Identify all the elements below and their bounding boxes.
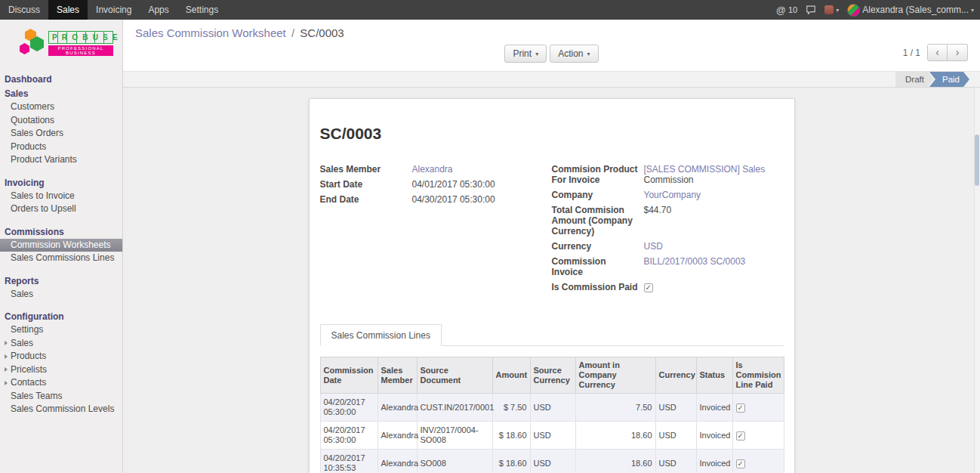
currency-value[interactable]: USD [644, 241, 663, 252]
activity-count: 10 [788, 5, 797, 14]
start-date-value: 04/01/2017 05:30:00 [412, 179, 495, 190]
col-amount-company-currency[interactable]: Amount in Company Currency [575, 357, 655, 394]
logo-name: PROBUSE [48, 31, 113, 44]
breadcrumb-separator: / [291, 26, 294, 39]
field-label-start-date: Start Date [320, 179, 412, 190]
sidebar-section-sales: Sales [0, 87, 122, 100]
vertical-scrollbar[interactable] [974, 88, 980, 473]
pager-next-button[interactable]: › [948, 44, 968, 61]
table-row[interactable]: 04/20/2017 05:30:00 Alexandra INV/2017/0… [320, 422, 784, 450]
sidebar-item-sales-commissions-lines[interactable]: Sales Commissions Lines [0, 252, 122, 265]
chat-bubble-icon [806, 5, 816, 15]
sidebar-section-dashboard[interactable]: Dashboard [0, 73, 122, 86]
line-paid-checkbox[interactable] [736, 431, 745, 441]
user-menu-button[interactable]: Alexandra (Sales_comm... ▾ [847, 4, 974, 17]
menu-discuss[interactable]: Discuss [0, 0, 48, 20]
menu-invoicing[interactable]: Invoicing [88, 0, 140, 20]
commission-product-value[interactable]: [SALES COMMISSION] Sales [644, 164, 766, 175]
commission-lines-table: Commission Date Sales Member Source Docu… [320, 357, 784, 473]
table-row[interactable]: 04/20/2017 05:30:00 Alexandra CUST.IN/20… [320, 394, 784, 422]
sidebar-item-product-variants[interactable]: Product Variants [0, 153, 122, 167]
expand-arrow-icon [5, 367, 8, 372]
field-label-currency: Currency [552, 241, 644, 252]
col-source-currency[interactable]: Source Currency [530, 357, 575, 394]
scrollbar-thumb[interactable] [975, 134, 979, 186]
commission-product-value-wrap: Commission [644, 175, 766, 185]
user-name: Alexandra (Sales_comm... [862, 5, 969, 15]
sidebar-item-config-contacts[interactable]: Contacts [0, 376, 122, 390]
activities-button[interactable]: @ 10 [776, 5, 797, 16]
user-avatar [847, 4, 860, 17]
col-amount[interactable]: Amount [492, 357, 530, 394]
sidebar-item-customers[interactable]: Customers [0, 100, 122, 114]
sidebar-item-commission-worksheets[interactable]: Commission Worksheets [0, 239, 122, 252]
field-label-total-commission: Total Commision Amount (Company Currency… [552, 205, 644, 236]
systray-menu-button[interactable]: ▾ [824, 5, 839, 14]
sales-member-value[interactable]: Alexandra [412, 164, 453, 175]
sidebar-item-sales-to-invoice[interactable]: Sales to Invoice [0, 190, 122, 203]
notebook-tabs: Sales Commission Lines [320, 324, 784, 346]
systray-icon [824, 5, 834, 14]
sidebar-item-config-pricelists[interactable]: Pricelists [0, 363, 122, 377]
company-logo[interactable]: PROBUSE PROFESSIONAL BUSINESS [0, 20, 122, 63]
action-button[interactable]: Action ▾ [550, 45, 598, 63]
print-button[interactable]: Print ▾ [504, 45, 547, 63]
sidebar-item-config-products[interactable]: Products [0, 350, 122, 363]
expand-arrow-icon [5, 381, 8, 385]
sidebar-item-sales-commission-levels[interactable]: Sales Commission Levels [0, 403, 122, 416]
commission-invoice-value[interactable]: BILL/2017/0003 SC/0003 [644, 256, 746, 267]
total-commission-value: $44.70 [644, 205, 672, 236]
pager-previous-button[interactable]: ‹ [927, 44, 948, 61]
record-title: SC/0003 [320, 125, 784, 143]
logo-hexagons-icon [20, 29, 44, 57]
menu-apps[interactable]: Apps [140, 0, 177, 20]
breadcrumb-current: SC/0003 [300, 26, 344, 39]
table-header-row: Commission Date Sales Member Source Docu… [320, 357, 784, 394]
status-draft[interactable]: Draft [895, 72, 934, 87]
expand-arrow-icon [5, 341, 8, 345]
col-is-commission-line-paid[interactable]: Is Commision Line Paid [732, 357, 784, 394]
field-label-commission-product: Commision Product For Invoice [552, 164, 644, 185]
sidebar-item-settings[interactable]: Settings [0, 323, 122, 337]
sidebar-section-commissions: Commissions [0, 225, 122, 239]
sidebar-item-sales-teams[interactable]: Sales Teams [0, 390, 122, 403]
sidebar-item-config-sales[interactable]: Sales [0, 337, 122, 351]
messages-button[interactable] [806, 5, 816, 15]
status-bar: Draft Paid [123, 72, 980, 88]
top-navbar: Discuss Sales Invoicing Apps Settings @ … [0, 0, 980, 20]
status-paid[interactable]: Paid [929, 72, 969, 87]
form-view-scroll-area: SC/0003 Sales Member Alexandra Start Dat… [123, 88, 980, 473]
chevron-right-icon: › [956, 46, 960, 58]
logo-tagline: PROFESSIONAL BUSINESS [48, 45, 113, 56]
field-label-company: Company [552, 190, 644, 200]
record-pager: 1 / 1 ‹ › [903, 44, 968, 61]
control-panel: Sales Commission Worksheet / SC/0003 Pri… [123, 20, 980, 72]
menu-sales[interactable]: Sales [48, 0, 88, 20]
breadcrumb-parent-link[interactable]: Sales Commission Worksheet [135, 26, 286, 39]
line-paid-checkbox[interactable] [736, 403, 745, 413]
field-label-commission-invoice: Commission Invoice [552, 256, 644, 277]
col-currency[interactable]: Currency [655, 357, 696, 394]
tab-sales-commission-lines[interactable]: Sales Commission Lines [320, 324, 442, 346]
table-row[interactable]: 04/20/2017 10:35:53 Alexandra SO008 $ 18… [320, 450, 784, 473]
field-label-end-date: End Date [320, 194, 412, 205]
col-status[interactable]: Status [696, 357, 732, 394]
line-paid-checkbox[interactable] [736, 459, 745, 468]
sidebar-item-quotations[interactable]: Quotations [0, 114, 122, 128]
sidebar-item-products[interactable]: Products [0, 141, 122, 154]
col-sales-member[interactable]: Sales Member [378, 357, 417, 394]
sidebar-item-reports-sales[interactable]: Sales [0, 288, 122, 301]
company-value[interactable]: YourCompany [644, 190, 701, 200]
chevron-left-icon: ‹ [935, 46, 939, 58]
sidebar-item-orders-to-upsell[interactable]: Orders to Upsell [0, 202, 122, 216]
sidebar-item-sales-orders[interactable]: Sales Orders [0, 127, 122, 141]
sidebar-section-configuration: Configuration [0, 310, 122, 323]
caret-down-icon: ▾ [587, 51, 590, 57]
main-content: Sales Commission Worksheet / SC/0003 Pri… [123, 20, 980, 473]
col-commission-date[interactable]: Commission Date [320, 357, 378, 394]
caret-down-icon: ▾ [836, 7, 839, 14]
col-source-document[interactable]: Source Document [417, 357, 492, 394]
is-commission-paid-checkbox[interactable] [644, 283, 653, 292]
end-date-value: 04/30/2017 05:30:00 [412, 194, 495, 205]
menu-settings[interactable]: Settings [177, 0, 227, 20]
